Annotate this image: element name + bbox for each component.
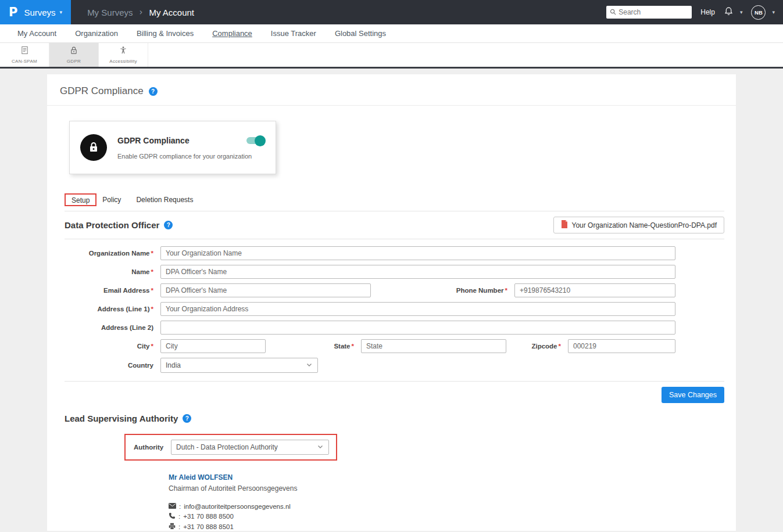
nav-organization[interactable]: Organization bbox=[66, 29, 127, 38]
tab-can-spam[interactable]: CAN-SPAM bbox=[0, 43, 49, 67]
form-row-country: Country India bbox=[47, 358, 675, 373]
breadcrumb-my-account: My Account bbox=[149, 8, 194, 17]
state-label: State* bbox=[266, 343, 361, 350]
breadcrumb-my-surveys[interactable]: My Surveys bbox=[87, 8, 133, 17]
gdpr-compliance-panel: GDPR Compliance ? GDPR Compliance Enable… bbox=[47, 74, 736, 531]
chevron-down-icon bbox=[306, 361, 313, 370]
accessibility-icon bbox=[119, 46, 127, 57]
search-box bbox=[606, 6, 692, 19]
card-title: GDPR Compliance bbox=[117, 136, 252, 145]
authority-email: info@autoriteitpersoonsgegevens.nl bbox=[184, 503, 291, 510]
pdf-icon bbox=[561, 220, 568, 230]
tab-label: CAN-SPAM bbox=[12, 59, 37, 64]
envelope-icon bbox=[169, 503, 176, 510]
country-label: Country bbox=[47, 362, 160, 369]
required-mark: * bbox=[151, 343, 153, 350]
authority-fax: +31 70 888 8501 bbox=[183, 523, 234, 530]
form-row-address-line2: Address (Line 2) bbox=[47, 321, 675, 335]
product-menu-label: Surveys bbox=[24, 8, 55, 17]
product-menu[interactable]: P Surveys ▾ bbox=[0, 0, 71, 24]
gdpr-toggle[interactable] bbox=[246, 137, 264, 144]
required-mark: * bbox=[151, 250, 153, 257]
toggle-knob bbox=[255, 135, 266, 146]
state-field[interactable] bbox=[361, 339, 506, 353]
compliance-icon-tabs: CAN-SPAM GDPR Accessibility bbox=[0, 43, 783, 69]
nav-global-settings[interactable]: Global Settings bbox=[326, 29, 395, 38]
zipcode-label: Zipcode* bbox=[506, 343, 568, 350]
authority-phone: +31 70 888 8500 bbox=[183, 513, 234, 520]
help-icon[interactable]: ? bbox=[183, 414, 191, 423]
chevron-down-icon bbox=[317, 443, 324, 452]
required-mark: * bbox=[559, 343, 561, 350]
questionpro-logo: P bbox=[9, 5, 17, 19]
country-selected-value: India bbox=[166, 361, 181, 369]
nav-billing-invoices[interactable]: Billing & Invoices bbox=[127, 29, 203, 38]
dpo-heading: Data Protection Officer bbox=[65, 220, 159, 230]
separator: : bbox=[178, 523, 180, 530]
lsa-heading-row: Lead Supervising Authority ? bbox=[65, 410, 724, 432]
save-changes-button-dpo[interactable]: Save Changes bbox=[662, 387, 724, 403]
page-title-row: GDPR Compliance ? bbox=[47, 74, 736, 106]
account-menu[interactable]: NB ▾ bbox=[751, 5, 775, 20]
chevron-down-icon: ▾ bbox=[740, 9, 743, 15]
gdpr-sub-tabs: Setup Policy Deletion Requests bbox=[65, 193, 724, 211]
search-input[interactable] bbox=[618, 8, 688, 16]
address-line1-field[interactable] bbox=[160, 302, 675, 316]
help-icon[interactable]: ? bbox=[164, 221, 173, 229]
required-mark: * bbox=[151, 305, 153, 312]
nav-compliance[interactable]: Compliance bbox=[203, 29, 262, 38]
tab-gdpr[interactable]: GDPR bbox=[49, 43, 99, 67]
chevron-down-icon: ▾ bbox=[60, 9, 63, 15]
lock-icon bbox=[70, 46, 78, 57]
notifications-menu[interactable]: ▾ bbox=[724, 6, 743, 19]
annotation-box-authority: Authority Dutch - Data Protection Author… bbox=[124, 434, 337, 461]
tab-accessibility[interactable]: Accessibility bbox=[99, 43, 148, 67]
dpo-form: Organization Name* Name* Email Address* … bbox=[47, 246, 675, 373]
email-address-field[interactable] bbox=[160, 283, 371, 297]
authority-phone-line: : +31 70 888 8500 bbox=[169, 512, 736, 520]
address-line2-field[interactable] bbox=[160, 321, 675, 335]
breadcrumb-separator: › bbox=[139, 7, 142, 17]
name-field[interactable] bbox=[160, 265, 675, 279]
dpa-pdf-button[interactable]: Your Organization Name-QuestionPro-DPA.p… bbox=[553, 217, 724, 233]
authority-label: Authority bbox=[134, 444, 171, 451]
card-description: Enable GDPR compliance for your organiza… bbox=[117, 153, 252, 160]
tab-deletion-requests[interactable]: Deletion Requests bbox=[130, 193, 199, 207]
authority-row: Authority Dutch - Data Protection Author… bbox=[124, 434, 736, 461]
authority-email-line: : info@autoriteitpersoonsgegevens.nl bbox=[169, 503, 736, 510]
separator: : bbox=[178, 513, 180, 520]
address-line2-label: Address (Line 2) bbox=[47, 324, 160, 331]
form-row-email-phone: Email Address* Phone Number* bbox=[47, 283, 675, 297]
phone-number-label: Phone Number* bbox=[371, 287, 514, 294]
help-link[interactable]: Help bbox=[700, 8, 715, 16]
tab-label: GDPR bbox=[67, 59, 81, 64]
account-nav: My Account Organization Billing & Invoic… bbox=[0, 24, 783, 43]
authority-select[interactable]: Dutch - Data Protection Authority bbox=[171, 440, 329, 455]
dpo-heading-row: Data Protection Officer ? Your Organizat… bbox=[65, 211, 724, 239]
authority-contact-title: Chairman of Autoriteit Persoonsgegevens bbox=[169, 484, 736, 493]
lsa-heading: Lead Supervising Authority bbox=[65, 414, 178, 423]
main-area: GDPR Compliance ? GDPR Compliance Enable… bbox=[0, 69, 783, 531]
authority-contact-lines: : info@autoriteitpersoonsgegevens.nl : +… bbox=[169, 503, 736, 531]
organization-name-field[interactable] bbox=[160, 246, 675, 260]
tab-policy[interactable]: Policy bbox=[96, 193, 127, 207]
nav-issue-tracker[interactable]: Issue Tracker bbox=[262, 29, 326, 38]
address-line1-label: Address (Line 1)* bbox=[47, 305, 160, 312]
tab-setup[interactable]: Setup bbox=[66, 193, 95, 207]
chevron-down-icon: ▾ bbox=[772, 9, 775, 15]
required-mark: * bbox=[505, 287, 507, 294]
annotation-box-setup: Setup bbox=[65, 193, 96, 206]
fax-icon bbox=[169, 523, 176, 531]
page-title: GDPR Compliance bbox=[60, 85, 144, 97]
nav-my-account[interactable]: My Account bbox=[8, 29, 66, 38]
phone-number-field[interactable] bbox=[514, 283, 675, 297]
city-field[interactable] bbox=[160, 339, 266, 353]
required-mark: * bbox=[151, 287, 153, 294]
zipcode-field[interactable] bbox=[568, 339, 675, 353]
lock-badge bbox=[80, 134, 107, 161]
help-icon[interactable]: ? bbox=[149, 87, 158, 96]
card-text: GDPR Compliance Enable GDPR compliance f… bbox=[117, 134, 252, 161]
avatar: NB bbox=[751, 5, 766, 20]
country-select[interactable]: India bbox=[160, 358, 318, 373]
dpa-pdf-label: Your Organization Name-QuestionPro-DPA.p… bbox=[572, 221, 717, 229]
